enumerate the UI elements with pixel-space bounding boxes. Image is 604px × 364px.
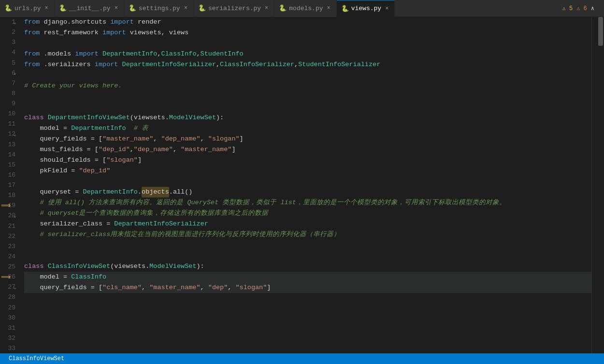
gutter-5: 5	[0, 58, 19, 68]
tab-close-icon[interactable]: ×	[264, 4, 269, 13]
code-line-6	[24, 70, 591, 81]
file-icon: 🐍	[59, 5, 66, 12]
gutter-32: 32	[0, 333, 19, 343]
code-line-18: # 使用 all() 方法来查询所有内容。返回的是 QuerySet 类型数据，…	[24, 197, 591, 208]
gutter-14: 14	[0, 150, 19, 160]
gutter-2: 2	[0, 27, 19, 37]
status-bar: ClassInfoViewSet	[0, 353, 604, 364]
code-line-16	[24, 176, 591, 187]
tab-serializers[interactable]: 🐍 serializers.py ×	[194, 0, 274, 17]
code-line-11: model = DepartmentInfo # 表	[24, 123, 591, 134]
status-class-name: ClassInfoViewSet	[5, 355, 68, 362]
tab-label: __init__.py	[69, 5, 111, 12]
fold-icon-27[interactable]: ⌄	[14, 284, 16, 290]
code-line-19: # queryset是一个查询数据的查询集，存储这所有的数据库查询之后的数据	[24, 208, 591, 219]
tab-urls[interactable]: 🐍 urls.py ×	[0, 0, 55, 17]
gutter-23: 23	[0, 241, 19, 252]
tab-init[interactable]: 🐍 __init__.py ×	[55, 0, 124, 17]
warning-badges: ⚠ 5 ⚠ 6 ∧	[562, 5, 594, 12]
code-line-9	[24, 102, 591, 112]
file-icon: 🐍	[5, 5, 12, 12]
gutter-28: 28	[0, 292, 19, 302]
tabs-container: 🐍 urls.py × 🐍 __init__.py × 🐍 settings.p…	[0, 0, 604, 17]
code-line-14: should_fields = ["slogan"]	[24, 155, 591, 166]
gutter-26: ⟹26	[0, 272, 19, 282]
gutter-1: ⌄1	[0, 17, 19, 27]
code-line-10: class DepartmentInfoViewSet(viewsets.Mod…	[24, 112, 591, 123]
scrollbar-thumb[interactable]	[598, 17, 603, 46]
tab-close-icon[interactable]: ×	[326, 4, 331, 13]
chevron-up-icon[interactable]: ∧	[591, 5, 594, 12]
code-line-21: # serializer_class用来指定在当前的视图里面进行序列化与反序列时…	[24, 229, 591, 240]
code-line-4: from .models import DepartmentInfo,Class…	[24, 49, 591, 59]
debug-arrow-19: ⟹	[1, 201, 11, 210]
gutter-33: 33	[0, 343, 19, 353]
code-line-1: from django.shortcuts import render	[24, 17, 591, 28]
vertical-scrollbar[interactable]	[597, 17, 604, 353]
gutter-8: 8	[0, 88, 19, 98]
tab-close-icon[interactable]: ×	[44, 4, 49, 13]
code-line-12: query_fields = ["master_name", "dep_name…	[24, 134, 591, 144]
code-line-13: must_fields = ["dep_id","dep_name", "mas…	[24, 144, 591, 155]
code-line-7: # Create your views here.	[24, 81, 591, 91]
gutter-11: 11	[0, 119, 19, 129]
tab-label: serializers.py	[208, 5, 261, 12]
code-line-20: serializer_class = DepartmentInfoSeriali…	[24, 219, 591, 229]
tab-bar: 🐍 urls.py × 🐍 __init__.py × 🐍 settings.p…	[0, 0, 604, 17]
gutter-30: 30	[0, 313, 19, 323]
file-icon: 🐍	[199, 5, 205, 12]
code-line-25: model = ClassInfo	[24, 272, 591, 282]
gutter-29: 29	[0, 303, 19, 313]
gutter-24: 24	[0, 252, 19, 262]
gutter-16: 16	[0, 170, 19, 180]
tab-label: urls.py	[14, 5, 41, 12]
gutter-25: 25	[0, 262, 19, 272]
gutter-15: 15	[0, 160, 19, 170]
gutter-12: ⌄12	[0, 129, 19, 139]
gutter-21: 21	[0, 221, 19, 231]
tab-label: models.py	[289, 5, 323, 12]
fold-icon-1[interactable]: ⌄	[14, 19, 16, 25]
code-editor[interactable]: from django.shortcuts import render from…	[19, 17, 591, 353]
tab-close-icon[interactable]: ×	[114, 4, 119, 13]
code-line-15: pkField = "dep_id"	[24, 166, 591, 176]
code-line-23	[24, 251, 591, 261]
gutter-13: 13	[0, 140, 19, 150]
code-line-3	[24, 38, 591, 49]
gutter-31: 31	[0, 323, 19, 333]
tab-label: settings.py	[139, 5, 180, 12]
gutter-17: 17	[0, 180, 19, 190]
fold-icon-6[interactable]: ⌄	[14, 70, 16, 76]
code-line-5: from .serializers import DepartmentInfoS…	[24, 59, 591, 70]
gutter-27: ⌄27	[0, 282, 19, 292]
gutter-19: ⟹19	[0, 200, 19, 210]
tab-models[interactable]: 🐍 models.py ×	[274, 0, 336, 17]
code-line-22	[24, 240, 591, 251]
code-line-17: queryset = DepartmentInfo.objects.all()	[24, 187, 591, 197]
gutter-18: 18	[0, 190, 19, 200]
file-icon: 🐍	[279, 5, 286, 12]
tab-settings[interactable]: 🐍 settings.py ×	[124, 0, 194, 17]
code-line-24: class ClassInfoViewSet(viewsets.ModelVie…	[24, 261, 591, 272]
debug-arrow-26: ⟹	[1, 273, 11, 281]
tab-close-icon[interactable]: ×	[384, 4, 389, 13]
gutter-10: 10	[0, 109, 19, 119]
tab-views[interactable]: 🐍 views.py ×	[337, 0, 395, 17]
gutter-6: ⌄6	[0, 68, 19, 78]
gutter-22: 22	[0, 231, 19, 241]
gutter-7: 7	[0, 78, 19, 88]
line-gutter: ⌄1 2 3 4 5 ⌄6 7 8 9 10 11 ⌄12 13 14 15 1…	[0, 17, 19, 353]
editor-area: ⌄1 2 3 4 5 ⌄6 7 8 9 10 11 ⌄12 13 14 15 1…	[0, 17, 604, 353]
file-icon: 🐍	[129, 5, 136, 12]
code-line-2: from rest_framework import viewsets, vie…	[24, 28, 591, 38]
error-icon: ⚠ 6	[576, 5, 587, 12]
gutter-20: ⌄20	[0, 210, 19, 221]
minimap	[591, 17, 597, 353]
fold-icon-12[interactable]: ⌄	[14, 131, 16, 137]
gutter-9: 9	[0, 98, 19, 109]
gutter-4: 4	[0, 47, 19, 57]
file-icon: 🐍	[342, 5, 348, 12]
fold-icon-20[interactable]: ⌄	[14, 213, 16, 219]
code-line-8	[24, 91, 591, 102]
tab-close-icon[interactable]: ×	[183, 4, 188, 13]
